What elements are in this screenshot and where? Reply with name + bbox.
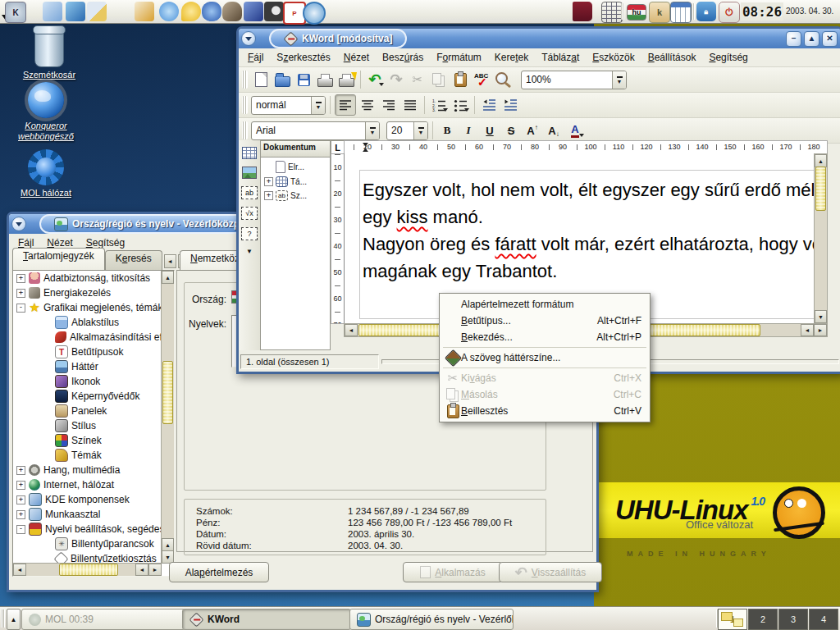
tree-item[interactable]: + Energiakezelés [13,285,174,300]
task-control-center[interactable]: Ország/régió és nyelv - Vezérlőközpo [349,609,514,630]
align-center-button[interactable] [358,95,377,115]
tree-expander[interactable]: + [16,274,25,283]
ruler-tab-selector[interactable]: L [331,140,345,154]
menu-item-default-format[interactable]: Alapértelmezett formátum [440,296,650,313]
tree-item[interactable]: Ikonok [13,374,174,389]
cd-burner-icon[interactable] [264,2,284,21]
tree-expander[interactable] [43,436,52,445]
scroll-left-icon[interactable]: ◄ [345,324,358,336]
menu-item-paragraph[interactable]: Bekezdés... Alt+Ctrl+P [440,329,650,345]
tree-expander[interactable] [43,555,52,564]
superscript-button[interactable]: A↑ [523,121,542,140]
align-left-button[interactable] [335,94,356,116]
zoom-combobox[interactable]: 100% ▼ [521,71,627,89]
scrollbar-thumb[interactable] [815,167,826,211]
window-menu-button[interactable] [11,217,26,231]
menu-item[interactable]: Eszközök [587,50,640,65]
font-size-combobox[interactable]: 20 ▼ [386,121,428,140]
pager-desktop-cell[interactable]: 2 [748,609,778,630]
tree-item[interactable]: Stílus [13,418,174,433]
new-document-button[interactable] [251,70,271,89]
tree-item[interactable]: Színek [13,433,174,448]
italic-button[interactable]: I [459,121,478,140]
menu-item[interactable]: Táblázat [536,50,585,65]
scroll-down-icon[interactable]: ▼ [815,310,827,323]
font-combobox[interactable]: Arial ▼ [251,121,380,140]
dropdown-icon[interactable]: ▼ [612,71,626,89]
show-desktop-icon[interactable] [43,2,62,21]
menu-item[interactable]: Beállítások [642,50,702,65]
tree-expander[interactable]: + [16,466,25,475]
klipper-icon[interactable]: k [649,2,670,23]
docstruct-item-tables[interactable]: + Tá... [261,173,330,187]
kmail-icon[interactable] [202,2,221,21]
calendar-icon[interactable] [670,2,692,23]
vertical-scrollbar[interactable]: ▲ ▼ [814,153,828,324]
minimize-button[interactable]: – [786,31,801,47]
konqueror-icon[interactable] [159,2,179,21]
toolbar-overflow-icon[interactable]: ▼ [246,248,253,255]
docstruct-item-textframes[interactable]: + ab Sz... [261,187,330,201]
task-mol[interactable]: MOL 00:39 [21,609,185,630]
menu-item-text-background-color[interactable]: A szöveg háttérszíne... [440,349,650,366]
dropdown-icon[interactable]: ▼ [311,97,325,114]
gimp-icon[interactable] [222,2,242,21]
tree-expander[interactable]: - [16,525,25,534]
spellcheck-button[interactable] [472,70,491,89]
desktop-icon-konqueror[interactable]: Konqueror webböngésző [3,82,89,142]
tree-expander[interactable]: - [16,304,25,313]
numbered-list-button[interactable]: 1.2.3. [429,95,449,115]
text-color-button[interactable]: A [565,121,585,140]
find-button[interactable] [493,70,513,89]
openoffice-icon[interactable] [135,2,154,21]
tree-item[interactable]: + Munkaasztal [13,507,174,522]
taskbar-up-arrow-icon[interactable]: ▲ [7,609,21,630]
tree-item[interactable]: + Internet, hálózat [13,477,174,492]
tree-expander[interactable] [43,392,52,401]
scrollbar-thumb[interactable] [162,361,173,424]
tree-expander[interactable] [43,318,52,327]
tree-expander[interactable] [43,348,52,357]
tree-vertical-scrollbar[interactable]: ▲ ▲ ▼ [161,271,174,564]
panel-date[interactable]: 2003. 04. 30. [786,7,833,16]
scroll-up-icon[interactable]: ▲ [162,538,174,551]
power-icon[interactable]: ⏻︎ [719,2,740,23]
scroll-left-icon[interactable]: ◄ [135,564,148,576]
tree-expander[interactable] [43,422,52,431]
docstruct-item-layout[interactable]: Elr... [261,158,330,173]
taskbar-grip[interactable] [1,609,5,628]
dictionary-book-icon[interactable] [573,2,592,21]
tree-item[interactable]: + KDE komponensek [13,492,174,507]
maximize-button[interactable]: ▲ [804,31,819,47]
undo-button[interactable] [365,70,385,89]
tree-item[interactable]: Háttér [13,359,174,374]
menu-item[interactable]: Fájl [242,50,269,65]
desktop-icon-mol[interactable]: MOL hálózat [3,149,89,199]
menu-item[interactable]: Szerkesztés [271,50,336,65]
tree-item[interactable]: + Hang, multimédia [13,463,174,477]
scroll-up-icon[interactable]: ▲ [162,271,174,284]
tree-item[interactable]: - Nyelvi beállítások, segédesz [13,522,174,536]
menu-item[interactable]: Nézet [338,50,375,65]
underline-button[interactable]: U [480,121,500,140]
toolbar-handle[interactable] [242,96,248,114]
insert-text-frame-icon[interactable]: ab [241,186,258,199]
tree-expander[interactable] [43,407,52,416]
tree-expander[interactable] [43,540,52,549]
dropdown-icon[interactable]: ▼ [413,122,427,139]
open-button[interactable] [272,70,292,89]
pager-desktop-cell[interactable]: 1 [718,609,747,630]
tree-expander[interactable]: + [16,289,25,298]
strikethrough-button[interactable]: S [501,121,521,140]
tree-expander[interactable] [43,363,52,372]
tree-item[interactable]: Panelek [13,404,174,418]
subscript-button[interactable]: A↓ [544,121,564,140]
close-button[interactable]: ✕ [822,31,838,47]
menu-item[interactable]: Beszúrás [377,50,429,65]
k-menu-icon[interactable]: K [5,2,26,23]
insert-object-icon[interactable]: ? [241,227,258,240]
paste-button[interactable] [450,70,470,89]
calculator-icon[interactable] [601,2,623,23]
tree-item[interactable]: Képernyővédők [13,389,174,404]
bold-button[interactable]: B [437,121,457,140]
